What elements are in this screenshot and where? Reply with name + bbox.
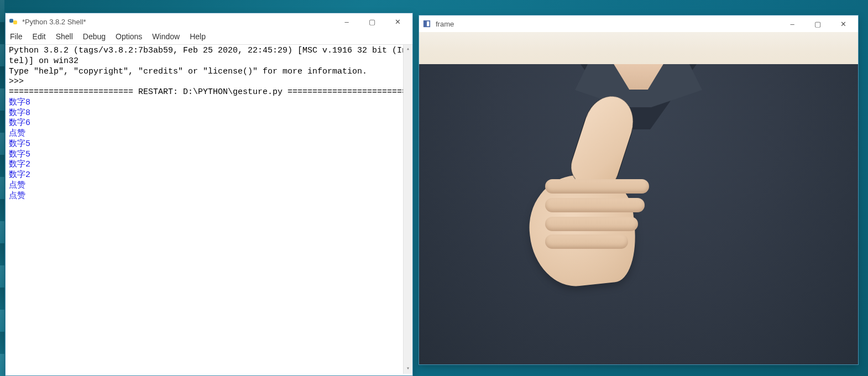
output-line: 点赞: [9, 181, 25, 190]
menu-shell[interactable]: Shell: [56, 32, 73, 41]
camera-feed: [419, 32, 858, 364]
idle-titlebar[interactable]: *Python 3.8.2 Shell* – ▢ ✕: [6, 13, 412, 30]
desktop-edge: [0, 0, 4, 376]
menu-edit[interactable]: Edit: [33, 32, 46, 41]
minimize-button[interactable]: –: [780, 15, 805, 32]
menu-debug[interactable]: Debug: [83, 32, 106, 41]
hand-thumb: [566, 90, 640, 194]
camera-frame-window: frame – ▢ ✕: [419, 15, 859, 365]
restart-line: ========================= RESTART: D:\PY…: [9, 87, 407, 97]
python-shell-window: *Python 3.8.2 Shell* – ▢ ✕ File Edit She…: [5, 13, 413, 376]
scroll-down-icon[interactable]: ▾: [404, 364, 412, 374]
output-line: 数字8: [9, 98, 30, 107]
prompt: >>>: [9, 77, 29, 86]
output-line: 数字8: [9, 108, 30, 118]
maximize-button[interactable]: ▢: [805, 15, 830, 32]
idle-menubar: File Edit Shell Debug Options Window Hel…: [6, 30, 412, 45]
output-line: 数字5: [9, 139, 30, 149]
scroll-up-icon[interactable]: ▴: [404, 45, 412, 54]
menu-options[interactable]: Options: [116, 32, 142, 41]
output-line: 数字2: [9, 160, 30, 169]
close-button[interactable]: ✕: [385, 13, 410, 30]
frame-window-controls: – ▢ ✕: [780, 15, 856, 32]
frame-titlebar[interactable]: frame – ▢ ✕: [419, 15, 858, 32]
opencv-window-icon: [422, 19, 431, 28]
output-line: 数字6: [9, 118, 30, 128]
output-line: 点赞: [9, 191, 25, 201]
banner-line: Python 3.8.2 (tags/v3.8.2:7b3ab59, Feb 2…: [9, 46, 407, 55]
menu-file[interactable]: File: [10, 32, 23, 41]
close-button[interactable]: ✕: [830, 15, 856, 32]
output-line: 数字2: [9, 170, 30, 180]
svg-rect-3: [424, 21, 427, 27]
python-icon: [9, 17, 18, 26]
minimize-button[interactable]: –: [334, 13, 359, 30]
output-line: 数字5: [9, 150, 30, 159]
idle-window-controls: – ▢ ✕: [334, 13, 410, 30]
banner-line: tel)] on win32: [9, 56, 79, 66]
maximize-button[interactable]: ▢: [359, 13, 385, 30]
hand-gesture: [508, 92, 662, 291]
svg-rect-0: [9, 19, 13, 23]
idle-shell-output[interactable]: Python 3.8.2 (tags/v3.8.2:7b3ab59, Feb 2…: [6, 45, 412, 374]
menu-window[interactable]: Window: [152, 32, 180, 41]
output-line: 点赞: [9, 129, 25, 138]
hand-palm: [524, 170, 640, 291]
menu-help[interactable]: Help: [190, 32, 206, 41]
frame-title-text: frame: [436, 20, 780, 28]
idle-scrollbar[interactable]: ▴ ▾: [403, 45, 412, 374]
banner-line: Type "help", "copyright", "credits" or "…: [9, 67, 367, 76]
idle-title-text: *Python 3.8.2 Shell*: [22, 18, 334, 26]
svg-rect-1: [13, 20, 17, 24]
